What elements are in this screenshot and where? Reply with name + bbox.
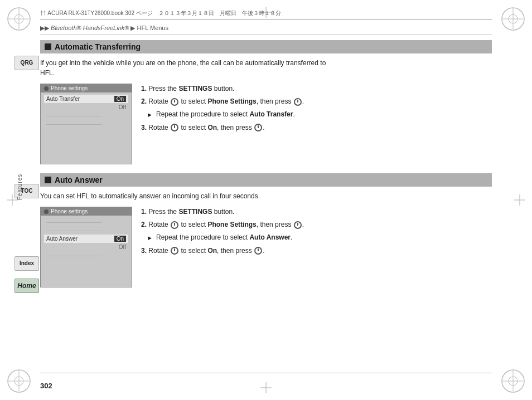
reg-mark-right bbox=[514, 194, 525, 206]
ps2-row3-label: Auto Answer bbox=[46, 236, 78, 242]
ps1-body: Auto Transfer On Off —————————— ————————… bbox=[41, 92, 132, 130]
section1-step1: 1. Press the SETTINGS button. bbox=[141, 84, 492, 94]
section1-step3: 3. Rotate to select On, then press . bbox=[141, 123, 492, 133]
page-number: 302 bbox=[40, 382, 52, 390]
s2-step1-bold: SETTINGS bbox=[178, 208, 212, 216]
step2-bold: Phone Settings bbox=[207, 97, 256, 105]
section2-title: Auto Answer bbox=[55, 175, 103, 184]
step1-bold: SETTINGS bbox=[178, 85, 212, 92]
bottom-line bbox=[40, 373, 492, 373]
section2-instruction-row: Phone settings —————————— —————————— Aut… bbox=[40, 207, 492, 287]
section1-phone-screen: Phone settings Auto Transfer On Off ————… bbox=[40, 84, 132, 164]
s2-step2-sub-text: Repeat the procedure to select Auto Answ… bbox=[156, 232, 292, 243]
ps2-row2-label: —————————— bbox=[46, 227, 102, 233]
home-label: Home bbox=[17, 282, 36, 290]
section2-icon bbox=[45, 177, 51, 183]
features-label: Features bbox=[17, 174, 23, 200]
arrow-bullet-2 bbox=[148, 232, 154, 243]
breadcrumb-arrow1: ▶▶ bbox=[40, 25, 49, 31]
section1-icon bbox=[45, 43, 51, 50]
section1-intro: If you get into the vehicle while you ar… bbox=[40, 58, 330, 78]
section2-step1: 1. Press the SETTINGS button. bbox=[141, 207, 492, 217]
sidebar-btn-index[interactable]: Index bbox=[14, 256, 39, 271]
dial-icon-7 bbox=[171, 247, 178, 255]
breadcrumb-part2: HFL Menus bbox=[137, 25, 168, 31]
ps1-dot bbox=[44, 86, 49, 91]
dial-icon-2 bbox=[294, 98, 302, 106]
ps2-row-4: Off bbox=[44, 243, 128, 251]
arrow-bullet-1 bbox=[148, 109, 154, 120]
ps1-header-text: Phone settings bbox=[51, 85, 88, 91]
ps1-row4-label: —————————— bbox=[46, 121, 102, 127]
section1-step2-sub: Repeat the procedure to select Auto Tran… bbox=[141, 109, 492, 120]
corner-decoration-br bbox=[499, 367, 528, 396]
section2-steps: 1. Press the SETTINGS button. 2. Rotate … bbox=[141, 207, 492, 287]
ps1-row-3: —————————— bbox=[44, 111, 128, 120]
section2-phone-screen: Phone settings —————————— —————————— Aut… bbox=[40, 207, 132, 287]
step1-num: 1. bbox=[141, 85, 147, 92]
ps1-row3-label: —————————— bbox=[46, 113, 102, 119]
dial-icon-8 bbox=[254, 247, 262, 255]
ps2-row1-label: —————————— bbox=[46, 219, 102, 225]
sidebar: QRG TOC Index Home bbox=[12, 33, 41, 369]
dial-icon-1 bbox=[171, 98, 178, 106]
corner-decoration-tl bbox=[4, 4, 33, 33]
ps2-body: —————————— —————————— Auto Answer On Off… bbox=[41, 216, 132, 262]
top-bar: †† ACURA RLX-31TY26000.book 302 ページ ２０１３… bbox=[40, 8, 492, 20]
ps2-row4-val: Off bbox=[119, 244, 126, 250]
dial-icon-4 bbox=[254, 124, 262, 131]
ps2-dot bbox=[44, 209, 49, 214]
step3-bold: On bbox=[207, 124, 217, 131]
section1-steps: 1. Press the SETTINGS button. 2. Rotate … bbox=[141, 84, 492, 164]
sidebar-btn-home[interactable]: Home bbox=[14, 279, 39, 293]
ps1-row2-val: Off bbox=[119, 104, 126, 110]
corner-decoration-bl bbox=[4, 367, 33, 396]
dial-icon-5 bbox=[171, 221, 178, 229]
ps2-header: Phone settings bbox=[41, 207, 132, 216]
ps1-row-1: Auto Transfer On bbox=[44, 95, 128, 103]
ps1-row-2: Off bbox=[44, 103, 128, 111]
breadcrumb-part1: Bluetooth® HandsFreeLink® bbox=[51, 25, 129, 31]
dial-icon-6 bbox=[294, 221, 302, 229]
sidebar-btn-qrg[interactable]: QRG bbox=[14, 56, 39, 70]
section1-instruction-row: Phone settings Auto Transfer On Off ————… bbox=[40, 84, 492, 164]
section1-header: Automatic Transferring bbox=[40, 40, 492, 53]
ps2-row3-val: On bbox=[114, 236, 126, 242]
ps1-row1-val: On bbox=[114, 96, 126, 102]
section1-title: Automatic Transferring bbox=[55, 42, 141, 51]
ps1-header: Phone settings bbox=[41, 84, 132, 92]
ps2-header-text: Phone settings bbox=[51, 208, 88, 214]
ps1-row1-label: Auto Transfer bbox=[46, 96, 80, 102]
section2-intro: You can set HFL to automatically answer … bbox=[40, 191, 330, 201]
ps2-row-5: —————————— bbox=[44, 251, 128, 260]
ps2-row-3: Auto Answer On bbox=[44, 235, 128, 243]
main-content: Automatic Transferring If you get into t… bbox=[40, 32, 492, 369]
dial-icon-3 bbox=[171, 124, 178, 131]
section2-header: Auto Answer bbox=[40, 173, 492, 187]
corner-decoration-tr bbox=[499, 4, 528, 33]
step2-sub-text: Repeat the procedure to select Auto Tran… bbox=[156, 109, 295, 120]
ps2-row-1: —————————— bbox=[44, 218, 128, 226]
ps2-row5-label: —————————— bbox=[46, 252, 102, 258]
section2-step2-sub: Repeat the procedure to select Auto Answ… bbox=[141, 232, 492, 243]
ps2-row-2: —————————— bbox=[44, 226, 128, 235]
reg-mark-bottom bbox=[260, 382, 272, 393]
ps1-row-4: —————————— bbox=[44, 120, 128, 128]
section1-step2: 2. Rotate to select Phone Settings, then… bbox=[141, 96, 492, 107]
section2-step2: 2. Rotate to select Phone Settings, then… bbox=[141, 219, 492, 230]
section2-step3: 3. Rotate to select On, then press . bbox=[141, 246, 492, 256]
breadcrumb-arrow2: ▶ bbox=[130, 25, 135, 31]
top-bar-text: †† ACURA RLX-31TY26000.book 302 ページ ２０１３… bbox=[40, 9, 281, 17]
